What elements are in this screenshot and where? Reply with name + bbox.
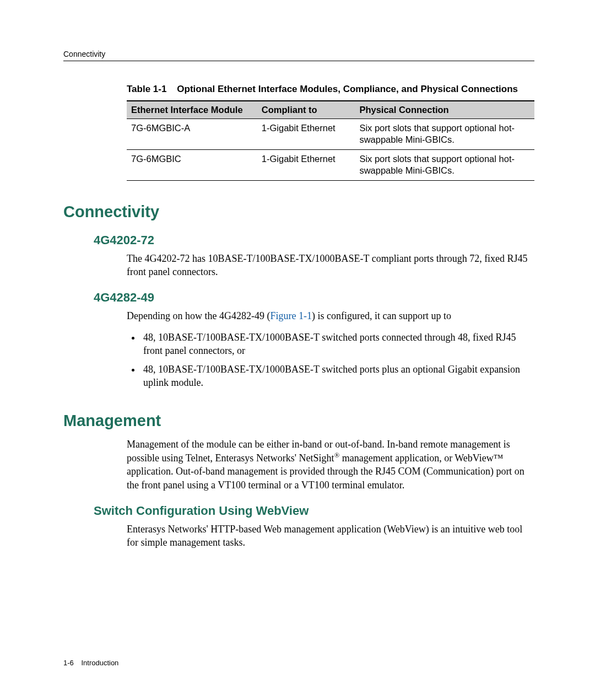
running-header: Connectivity xyxy=(63,50,534,61)
table-header-conn: Physical Connection xyxy=(355,101,534,119)
cell-module: 7G-6MGBIC xyxy=(127,149,257,180)
subheading-webview: Switch Configuration Using WebView xyxy=(94,504,534,518)
paragraph: Depending on how the 4G4282-49 (Figure 1… xyxy=(127,309,534,322)
table-row: 7G-6MGBIC 1-Gigabit Ethernet Six port sl… xyxy=(127,149,534,180)
table-caption: Table 1-1 Optional Ethernet Interface Mo… xyxy=(63,83,534,96)
paragraph: Management of the module can be either i… xyxy=(127,438,534,492)
paragraph: The 4G4202-72 has 10BASE-T/100BASE-TX/10… xyxy=(127,252,534,279)
table-header-compliant: Compliant to xyxy=(257,101,355,119)
cell-conn: Six port slots that support optional hot… xyxy=(355,149,534,180)
figure-xref-link[interactable]: Figure 1-1 xyxy=(270,310,312,321)
text: Depending on how the 4G4282-49 ( xyxy=(127,310,270,321)
cell-conn: Six port slots that support optional hot… xyxy=(355,119,534,149)
bullet-list: 48, 10BASE-T/100BASE-TX/1000BASE-T switc… xyxy=(127,331,534,390)
table-header-module: Ethernet Interface Module xyxy=(127,101,257,119)
paragraph: Enterasys Networks' HTTP-based Web manag… xyxy=(127,523,534,550)
interface-module-table: Ethernet Interface Module Compliant to P… xyxy=(127,100,534,181)
list-item: 48, 10BASE-T/100BASE-TX/1000BASE-T switc… xyxy=(141,363,534,390)
text: ) is configured, it can support up to xyxy=(312,310,451,321)
table-row: 7G-6MGBIC-A 1-Gigabit Ethernet Six port … xyxy=(127,119,534,149)
subheading-4g4202-72: 4G4202-72 xyxy=(94,233,534,247)
subheading-4g4282-49: 4G4282-49 xyxy=(94,290,534,305)
cell-compliant: 1-Gigabit Ethernet xyxy=(257,119,355,149)
list-item: 48, 10BASE-T/100BASE-TX/1000BASE-T switc… xyxy=(141,331,534,358)
page-footer: 1-6 Introduction xyxy=(63,659,118,667)
chapter-label: Introduction xyxy=(81,659,118,667)
cell-module: 7G-6MGBIC-A xyxy=(127,119,257,149)
registered-icon: ® xyxy=(334,451,340,459)
heading-management: Management xyxy=(63,412,534,430)
cell-compliant: 1-Gigabit Ethernet xyxy=(257,149,355,180)
table-caption-text: Optional Ethernet Interface Modules, Com… xyxy=(177,84,518,94)
page-number: 1-6 xyxy=(63,659,74,667)
heading-connectivity: Connectivity xyxy=(63,203,534,221)
table-caption-label: Table 1-1 xyxy=(127,84,166,94)
